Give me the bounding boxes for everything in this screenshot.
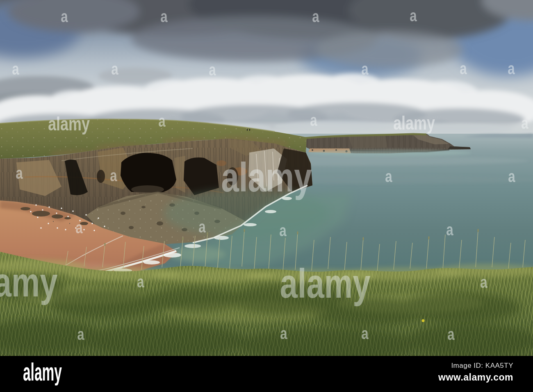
yellow-flower <box>422 319 425 322</box>
alamy-url-text: www.alamy.com <box>438 372 513 383</box>
footer-bar: alamy Image ID: KAA5TY www.alamy.com <box>0 356 533 392</box>
alamy-logo: alamy <box>23 359 62 384</box>
stock-photo-page: aaaaaaaaaaaaaaaaaaaaaaaaaaaalamyalamyala… <box>0 0 533 392</box>
coastal-photograph <box>0 0 533 356</box>
image-credits: Image ID: KAA5TY www.alamy.com <box>438 362 513 383</box>
landscape-scene <box>0 0 533 356</box>
image-id-text: Image ID: KAA5TY <box>438 362 513 370</box>
